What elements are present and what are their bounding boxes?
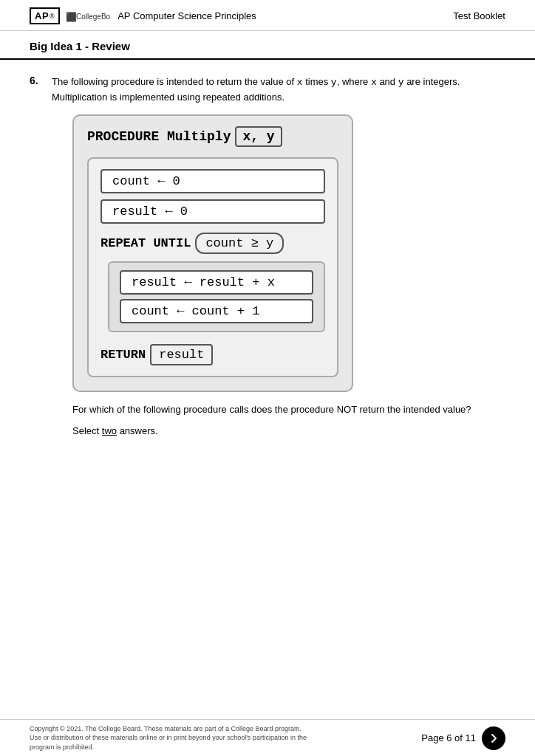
assign-count-plus-one: count ← count + 1 — [120, 299, 313, 323]
page-header: AP ® ⬛ CollegeBoard AP Computer Science … — [0, 0, 535, 31]
procedure-keyword: PROCEDURE Multiply — [87, 129, 231, 144]
repeat-keyword: REPEAT UNTIL — [100, 236, 191, 250]
procedure-header: PROCEDURE Multiply x, y — [87, 126, 338, 147]
question-body-text: For which of the following procedure cal… — [72, 402, 471, 439]
svg-text:⬛: ⬛ — [66, 11, 77, 22]
procedure-body: count ← 0 result ← 0 REPEAT UNTIL count … — [87, 157, 338, 377]
repeat-body-block: result ← result + x count ← count + 1 — [108, 261, 325, 332]
next-page-button[interactable] — [482, 726, 505, 750]
assign-count-zero: count ← 0 — [100, 169, 325, 193]
header-logos: AP ® ⬛ CollegeBoard AP Computer Science … — [30, 7, 256, 24]
chevron-right-icon — [488, 732, 500, 744]
section-heading-text: Big Idea 1 - Review — [30, 40, 130, 52]
var-x-inline: x — [297, 77, 303, 88]
copyright-text: Copyright © 2021. The College Board. The… — [30, 724, 310, 752]
ap-logo: AP ® — [30, 7, 60, 24]
procedure-outer-box: PROCEDURE Multiply x, y count ← 0 result… — [72, 114, 353, 392]
collegeboard-logo: ⬛ CollegeBoard — [66, 10, 112, 23]
page-footer: Copyright © 2021. The College Board. The… — [0, 719, 535, 756]
question-6: 6. The following procedure is intended t… — [30, 75, 505, 445]
for-which-text: For which of the following procedure cal… — [72, 402, 471, 418]
return-value: result — [150, 344, 213, 365]
var-y2-inline: y — [398, 77, 404, 88]
footer-navigation: Page 6 of 11 — [421, 726, 505, 750]
return-row: RETURN result — [100, 344, 325, 365]
question-intro-text: The following procedure is intended to r… — [52, 75, 471, 104]
var-x2-inline: x — [371, 77, 377, 88]
ap-text: AP — [35, 10, 49, 21]
page-number: Page 6 of 11 — [421, 732, 476, 743]
procedure-params: x, y — [235, 126, 282, 147]
assign-result-plus-x: result ← result + x — [120, 270, 313, 295]
return-keyword: RETURN — [100, 348, 146, 362]
section-heading: Big Idea 1 - Review — [0, 31, 535, 60]
registered-mark: ® — [50, 13, 55, 20]
main-content: 6. The following procedure is intended t… — [0, 60, 535, 516]
procedure-diagram: PROCEDURE Multiply x, y count ← 0 result… — [72, 114, 353, 392]
question-number: 6. — [30, 75, 44, 445]
repeat-until-row: REPEAT UNTIL count ≥ y — [100, 233, 325, 254]
cb-logo-svg: ⬛ CollegeBoard — [66, 10, 110, 23]
assign-result-zero: result ← 0 — [100, 199, 325, 224]
var-y-inline: y — [331, 77, 337, 88]
test-booklet-label: Test Booklet — [453, 10, 505, 21]
select-two-text: Select two answers. — [72, 424, 471, 439]
repeat-condition: count ≥ y — [195, 233, 284, 254]
header-title: AP Computer Science Principles — [117, 10, 256, 21]
svg-text:CollegeBoard: CollegeBoard — [76, 13, 110, 21]
two-underline: two — [102, 425, 117, 436]
